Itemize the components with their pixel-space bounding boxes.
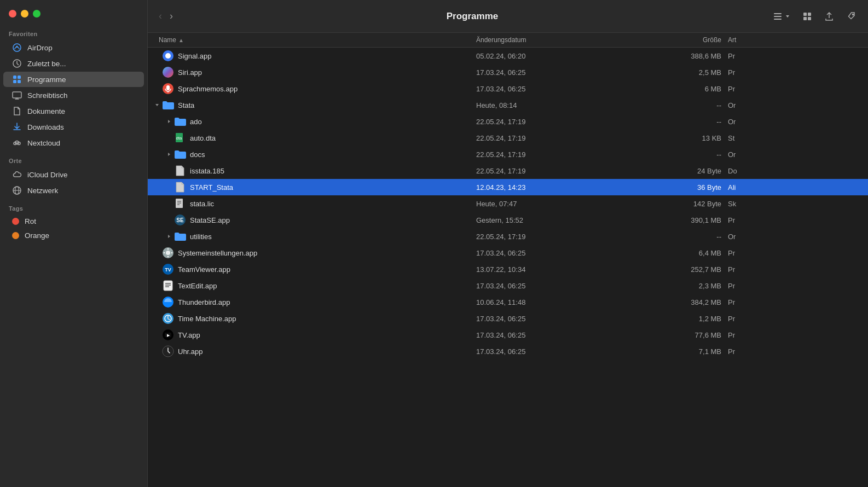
file-row[interactable]: START_Stata12.04.23, 14:2336 ByteAli: [148, 179, 868, 195]
col-name-header[interactable]: Name ▲: [148, 36, 476, 44]
file-list[interactable]: Signal.app05.02.24, 06:20388,6 MBPrSiri.…: [148, 48, 868, 487]
grid-view-button[interactable]: [799, 9, 815, 24]
file-name-col: stata.lic: [148, 198, 476, 210]
file-name-col: Sprachmemos.app: [148, 83, 476, 95]
svg-point-1: [16, 46, 18, 48]
file-row[interactable]: Time Machine.app17.03.24, 06:251,2 MBPr: [148, 310, 868, 327]
file-row[interactable]: dtaauto.dta22.05.24, 17:1913 KBSt: [148, 130, 868, 146]
col-kind-header[interactable]: Art: [728, 36, 868, 44]
toolbar-actions: [769, 9, 859, 24]
svg-rect-14: [774, 16, 782, 17]
minimize-button[interactable]: [21, 10, 28, 18]
file-name-col: Signal.app: [148, 50, 476, 62]
file-row[interactable]: Sprachmemos.app17.03.24, 06:256 MBPr: [148, 80, 868, 97]
svg-rect-19: [808, 17, 811, 20]
file-row[interactable]: ▶TV.app17.03.24, 06:2577,6 MBPr: [148, 327, 868, 343]
close-button[interactable]: [9, 10, 16, 18]
sidebar-item-nextcloud[interactable]: Nextcloud: [3, 135, 144, 150]
col-size-header[interactable]: Größe: [629, 36, 728, 44]
file-icon: [162, 99, 174, 111]
expand-button: [164, 199, 174, 208]
file-size: 6 MB: [629, 85, 728, 93]
file-row[interactable]: Systemeinstellungen.app17.03.24, 06:256,…: [148, 245, 868, 261]
file-name-col: dtaauto.dta: [148, 132, 476, 144]
sidebar-favorites: AirDropZuletzt be...ProgrammeSchreibtisc…: [0, 39, 147, 151]
expand-button: [152, 264, 162, 274]
file-row[interactable]: ado22.05.24, 17:19--Or: [148, 113, 868, 130]
file-kind: Or: [728, 101, 868, 109]
file-kind: Sk: [728, 200, 868, 208]
sidebar-item-airdrop[interactable]: AirDrop: [3, 40, 144, 55]
file-row[interactable]: docs22.05.24, 17:19--Or: [148, 146, 868, 163]
file-date: 17.03.24, 06:25: [476, 315, 629, 323]
expand-button[interactable]: [164, 231, 174, 241]
svg-rect-4: [18, 76, 21, 79]
sidebar-tag-orange[interactable]: Orange: [3, 229, 144, 242]
file-icon: [162, 83, 174, 95]
file-row[interactable]: Thunderbird.app10.06.24, 11:48384,2 MBPr: [148, 294, 868, 310]
sidebar-tag-red[interactable]: Rot: [3, 214, 144, 228]
expand-button: [152, 346, 162, 356]
sidebar-item-applications[interactable]: Programme: [3, 72, 144, 87]
file-name-col: docs: [148, 148, 476, 160]
sidebar-item-desktop[interactable]: Schreibtisch: [3, 88, 144, 103]
file-kind: Pr: [728, 265, 868, 274]
file-date: 22.05.24, 17:19: [476, 150, 629, 159]
file-name: isstata.185: [190, 167, 224, 175]
file-name: Systemeinstellungen.app: [178, 249, 257, 257]
file-row[interactable]: TVTeamViewer.app13.07.22, 10:34252,7 MBP…: [148, 261, 868, 277]
file-row[interactable]: TextEdit.app17.03.24, 06:252,3 MBPr: [148, 277, 868, 294]
expand-button: [152, 281, 162, 291]
airdrop-label: AirDrop: [27, 44, 53, 52]
expand-button: [164, 133, 174, 143]
file-size: --: [629, 118, 728, 126]
file-icon: [162, 280, 174, 292]
file-kind: Pr: [728, 216, 868, 224]
col-date-header[interactable]: Änderungsdatum: [476, 36, 629, 44]
file-size: 6,4 MB: [629, 249, 728, 257]
expand-button: [152, 297, 162, 307]
file-row[interactable]: Siri.app17.03.24, 06:252,5 MBPr: [148, 64, 868, 80]
file-icon: [174, 115, 186, 127]
file-kind: Do: [728, 167, 868, 175]
file-name-col: TextEdit.app: [148, 280, 476, 292]
file-size: 252,7 MB: [629, 265, 728, 274]
expand-button[interactable]: [164, 149, 174, 159]
file-name-col: utilities: [148, 230, 476, 242]
file-name-col: Time Machine.app: [148, 312, 476, 324]
expand-button: [164, 182, 174, 192]
sidebar-item-recent[interactable]: Zuletzt be...: [3, 56, 144, 71]
file-row[interactable]: StataHeute, 08:14--Or: [148, 97, 868, 113]
file-name: auto.dta: [190, 134, 216, 142]
tags-button[interactable]: [843, 9, 859, 24]
file-date: 22.05.24, 17:19: [476, 118, 629, 126]
file-name: utilities: [190, 233, 212, 241]
expand-button[interactable]: [152, 100, 162, 110]
file-icon: [174, 230, 186, 242]
maximize-button[interactable]: [33, 10, 40, 18]
back-button[interactable]: ‹: [157, 9, 164, 23]
file-row[interactable]: isstata.18522.05.24, 17:1924 ByteDo: [148, 163, 868, 179]
sidebar-item-network[interactable]: Netzwerk: [3, 183, 144, 198]
sidebar-item-icloud[interactable]: iCloud Drive: [3, 167, 144, 182]
file-row[interactable]: stata.licHeute, 07:47142 ByteSk: [148, 195, 868, 212]
forward-button[interactable]: ›: [167, 9, 175, 23]
list-view-button[interactable]: [769, 9, 794, 24]
file-row[interactable]: Uhr.app17.03.24, 06:257,1 MBPr: [148, 343, 868, 360]
file-icon: dta: [174, 132, 186, 144]
sidebar-item-documents[interactable]: Dokumente: [3, 103, 144, 119]
window-controls: [0, 0, 147, 24]
file-name: Sprachmemos.app: [178, 85, 238, 93]
share-button[interactable]: [821, 9, 837, 24]
file-row[interactable]: SEStataSE.appGestern, 15:52390,1 MBPr: [148, 212, 868, 228]
file-date: Heute, 07:47: [476, 200, 629, 208]
expand-button[interactable]: [164, 117, 174, 126]
file-date: 17.03.24, 06:25: [476, 85, 629, 93]
file-kind: Pr: [728, 347, 868, 356]
sidebar-item-downloads[interactable]: Downloads: [3, 119, 144, 135]
file-row[interactable]: utilities22.05.24, 17:19--Or: [148, 228, 868, 245]
file-icon: [174, 148, 186, 160]
file-row[interactable]: Signal.app05.02.24, 06:20388,6 MBPr: [148, 48, 868, 64]
file-rows: Signal.app05.02.24, 06:20388,6 MBPrSiri.…: [148, 48, 868, 360]
file-date: 17.03.24, 06:25: [476, 347, 629, 356]
